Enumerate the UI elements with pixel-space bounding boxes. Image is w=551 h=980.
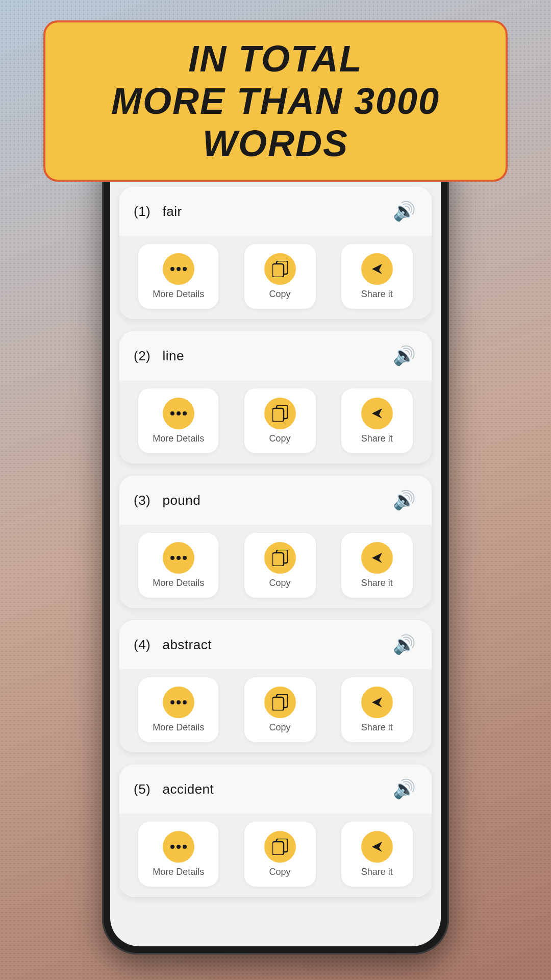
sound-button-5[interactable]: 🔊 [391, 776, 417, 802]
share-label-4: Share it [361, 722, 393, 733]
share-button-5[interactable]: Share it [341, 822, 413, 887]
copy-label-3: Copy [269, 578, 290, 589]
word-actions-2: More Details Copy Share it [119, 380, 432, 463]
sound-icon-3: 🔊 [393, 489, 416, 511]
word-label-1: (1) fair [134, 204, 182, 219]
copy-button-5[interactable]: Copy [244, 822, 316, 887]
word-card-5: (5) accident 🔊 More Details [119, 765, 432, 897]
word-label-2: (2) line [134, 348, 184, 364]
sound-icon-5: 🔊 [393, 778, 416, 800]
copy-label-4: Copy [269, 722, 290, 733]
share-label-2: Share it [361, 433, 393, 444]
svg-point-12 [183, 556, 187, 560]
svg-point-20 [170, 845, 174, 849]
copy-icon-3 [264, 542, 296, 574]
share-icon-2 [361, 398, 393, 429]
word-header-3: (3) pound 🔊 [119, 476, 432, 525]
word-card-1: (1) fair 🔊 More Details [119, 187, 432, 319]
header-text: IN TOTAL MORE THAN 3000 WORDS [66, 38, 485, 164]
share-label-3: Share it [361, 578, 393, 589]
svg-rect-19 [272, 697, 284, 710]
more-details-icon-1 [163, 253, 194, 285]
more-details-icon-3 [163, 542, 194, 574]
copy-icon-2 [264, 398, 296, 429]
svg-point-16 [177, 700, 181, 704]
svg-point-21 [177, 845, 181, 849]
svg-point-17 [183, 700, 187, 704]
svg-rect-9 [272, 408, 284, 422]
copy-icon-5 [264, 831, 296, 863]
more-details-label-3: More Details [153, 578, 204, 589]
more-details-button-4[interactable]: More Details [138, 677, 218, 742]
share-button-2[interactable]: Share it [341, 388, 413, 453]
sound-icon-2: 🔊 [393, 345, 416, 366]
sound-button-3[interactable]: 🔊 [391, 487, 417, 513]
more-details-button-3[interactable]: More Details [138, 533, 218, 598]
more-details-button-5[interactable]: More Details [138, 822, 218, 887]
more-details-icon-5 [163, 831, 194, 863]
svg-rect-4 [272, 264, 284, 277]
copy-icon-1 [264, 253, 296, 285]
svg-point-15 [170, 700, 174, 704]
word-header-1: (1) fair 🔊 [119, 187, 432, 236]
copy-label-2: Copy [269, 433, 290, 444]
svg-point-6 [177, 411, 181, 415]
copy-label-1: Copy [269, 289, 290, 300]
copy-label-5: Copy [269, 867, 290, 877]
content-scroll: (1) fair 🔊 More Details [110, 177, 441, 946]
svg-rect-24 [272, 842, 284, 855]
word-card-2: (2) line 🔊 More Details [119, 331, 432, 463]
share-label-1: Share it [361, 289, 393, 300]
phone-screen: 17:22 ▲ ⊡ 100 (1) fair 🔊 [110, 146, 441, 946]
copy-button-3[interactable]: Copy [244, 533, 316, 598]
svg-point-7 [183, 411, 187, 415]
word-header-4: (4) abstract 🔊 [119, 620, 432, 669]
svg-point-10 [170, 556, 174, 560]
more-details-icon-4 [163, 687, 194, 718]
share-icon-5 [361, 831, 393, 863]
sound-icon-4: 🔊 [393, 634, 416, 655]
word-label-5: (5) accident [134, 781, 214, 797]
more-details-label-4: More Details [153, 722, 204, 733]
word-label-3: (3) pound [134, 493, 201, 508]
word-actions-1: More Details Copy Share it [119, 236, 432, 319]
more-details-label-2: More Details [153, 433, 204, 444]
word-card-4: (4) abstract 🔊 More Details [119, 620, 432, 752]
sound-button-4[interactable]: 🔊 [391, 631, 417, 658]
word-actions-4: More Details Copy Share it [119, 669, 432, 752]
more-details-label-1: More Details [153, 289, 204, 300]
share-button-3[interactable]: Share it [341, 533, 413, 598]
share-button-1[interactable]: Share it [341, 244, 413, 309]
svg-point-1 [177, 267, 181, 271]
more-details-icon-2 [163, 398, 194, 429]
word-actions-5: More Details Copy Share it [119, 814, 432, 897]
copy-icon-4 [264, 687, 296, 718]
svg-point-11 [177, 556, 181, 560]
phone-frame: 17:22 ▲ ⊡ 100 (1) fair 🔊 [102, 138, 449, 954]
word-header-5: (5) accident 🔊 [119, 765, 432, 814]
copy-button-4[interactable]: Copy [244, 677, 316, 742]
svg-point-0 [170, 267, 174, 271]
sound-button-2[interactable]: 🔊 [391, 342, 417, 369]
word-label-4: (4) abstract [134, 637, 212, 653]
sound-button-1[interactable]: 🔊 [391, 198, 417, 225]
more-details-label-5: More Details [153, 867, 204, 877]
more-details-button-2[interactable]: More Details [138, 388, 218, 453]
copy-button-2[interactable]: Copy [244, 388, 316, 453]
sound-icon-1: 🔊 [393, 201, 416, 222]
share-button-4[interactable]: Share it [341, 677, 413, 742]
svg-point-5 [170, 411, 174, 415]
share-label-5: Share it [361, 867, 393, 877]
more-details-button-1[interactable]: More Details [138, 244, 218, 309]
header-banner: IN TOTAL MORE THAN 3000 WORDS [43, 20, 508, 182]
word-card-3: (3) pound 🔊 More Details [119, 476, 432, 608]
word-actions-3: More Details Copy Share it [119, 525, 432, 608]
svg-point-2 [183, 267, 187, 271]
svg-rect-14 [272, 553, 284, 566]
share-icon-1 [361, 253, 393, 285]
share-icon-3 [361, 542, 393, 574]
svg-point-22 [183, 845, 187, 849]
share-icon-4 [361, 687, 393, 718]
word-header-2: (2) line 🔊 [119, 331, 432, 380]
copy-button-1[interactable]: Copy [244, 244, 316, 309]
